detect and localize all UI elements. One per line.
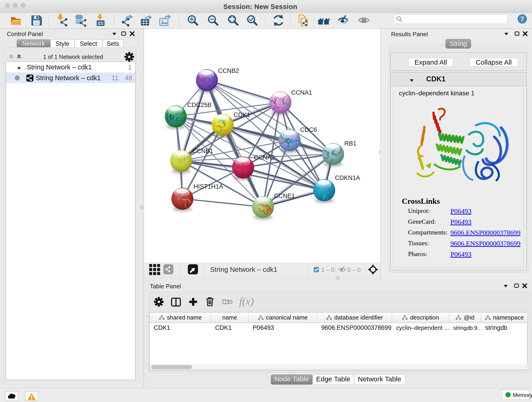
svg-text:CDC25B: CDC25B (187, 102, 212, 108)
svg-text:RB1: RB1 (344, 140, 356, 147)
svg-text:CDKN1A: CDKN1A (335, 174, 360, 181)
svg-text:CCNB1: CCNB1 (192, 148, 213, 154)
svg-text:HIST1H1A: HIST1H1A (194, 183, 223, 190)
svg-text:CDC6: CDC6 (300, 126, 317, 133)
svg-text:CCNB2: CCNB2 (218, 67, 239, 74)
svg-text:CCNE1: CCNE1 (274, 192, 295, 199)
svg-text:CCNA2: CCNA2 (254, 154, 275, 161)
svg-text:CCNA1: CCNA1 (291, 89, 312, 96)
svg-text:CDK1: CDK1 (234, 111, 250, 118)
